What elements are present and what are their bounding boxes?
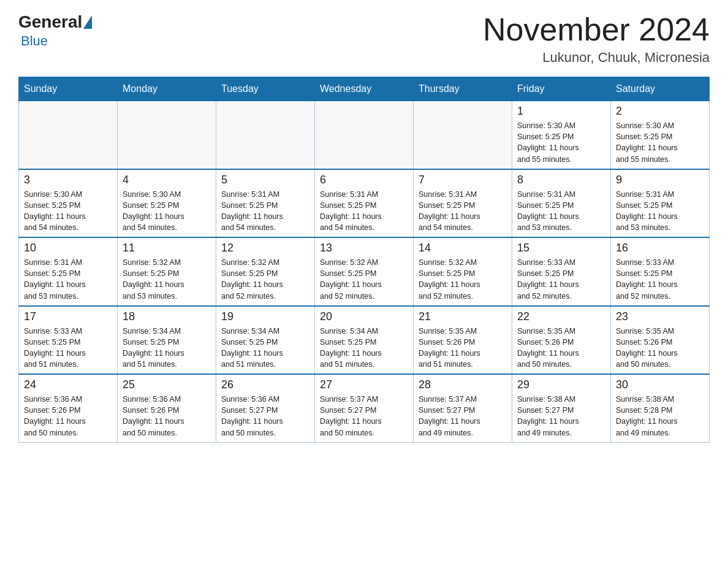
day-number: 24: [24, 378, 112, 391]
calendar-table: SundayMondayTuesdayWednesdayThursdayFrid…: [18, 77, 710, 443]
calendar-week-row: 1Sunrise: 5:30 AM Sunset: 5:25 PM Daylig…: [19, 101, 710, 169]
day-number: 28: [419, 378, 507, 391]
weekday-header-monday: Monday: [118, 77, 216, 101]
weekday-header-tuesday: Tuesday: [216, 77, 315, 101]
day-sun-info: Sunrise: 5:31 AM Sunset: 5:25 PM Dayligh…: [616, 189, 704, 234]
calendar-cell: 23Sunrise: 5:35 AM Sunset: 5:26 PM Dayli…: [611, 306, 710, 375]
calendar-week-row: 24Sunrise: 5:36 AM Sunset: 5:26 PM Dayli…: [19, 374, 710, 442]
calendar-cell: 5Sunrise: 5:31 AM Sunset: 5:25 PM Daylig…: [216, 169, 315, 238]
day-sun-info: Sunrise: 5:30 AM Sunset: 5:25 PM Dayligh…: [123, 189, 211, 234]
day-number: 8: [517, 174, 605, 186]
day-sun-info: Sunrise: 5:31 AM Sunset: 5:25 PM Dayligh…: [221, 189, 309, 234]
day-number: 16: [616, 242, 704, 255]
calendar-cell: 2Sunrise: 5:30 AM Sunset: 5:25 PM Daylig…: [611, 101, 710, 169]
logo-blue-text: Blue: [21, 33, 48, 49]
day-number: 27: [320, 378, 408, 391]
calendar-cell: 18Sunrise: 5:34 AM Sunset: 5:25 PM Dayli…: [118, 306, 216, 375]
day-sun-info: Sunrise: 5:36 AM Sunset: 5:26 PM Dayligh…: [24, 394, 112, 439]
day-sun-info: Sunrise: 5:33 AM Sunset: 5:25 PM Dayligh…: [517, 257, 605, 302]
day-sun-info: Sunrise: 5:30 AM Sunset: 5:25 PM Dayligh…: [24, 189, 112, 234]
calendar-cell: 4Sunrise: 5:30 AM Sunset: 5:25 PM Daylig…: [118, 169, 216, 238]
calendar-cell: 3Sunrise: 5:30 AM Sunset: 5:25 PM Daylig…: [19, 169, 118, 238]
calendar-cell: 19Sunrise: 5:34 AM Sunset: 5:25 PM Dayli…: [216, 306, 315, 375]
weekday-header-friday: Friday: [512, 77, 611, 101]
day-number: 7: [419, 174, 507, 186]
day-number: 17: [24, 310, 112, 323]
title-block: November 2024 Lukunor, Chuuk, Micronesia: [483, 12, 710, 66]
day-sun-info: Sunrise: 5:37 AM Sunset: 5:27 PM Dayligh…: [419, 394, 507, 439]
calendar-week-row: 10Sunrise: 5:31 AM Sunset: 5:25 PM Dayli…: [19, 237, 710, 306]
calendar-week-row: 3Sunrise: 5:30 AM Sunset: 5:25 PM Daylig…: [19, 169, 710, 238]
calendar-cell: 21Sunrise: 5:35 AM Sunset: 5:26 PM Dayli…: [414, 306, 512, 375]
calendar-week-row: 17Sunrise: 5:33 AM Sunset: 5:25 PM Dayli…: [19, 306, 710, 375]
calendar-cell: 10Sunrise: 5:31 AM Sunset: 5:25 PM Dayli…: [19, 237, 118, 306]
day-sun-info: Sunrise: 5:38 AM Sunset: 5:28 PM Dayligh…: [616, 394, 704, 439]
day-sun-info: Sunrise: 5:34 AM Sunset: 5:25 PM Dayligh…: [221, 326, 309, 370]
calendar-cell: 14Sunrise: 5:32 AM Sunset: 5:25 PM Dayli…: [414, 237, 512, 306]
calendar-cell: 16Sunrise: 5:33 AM Sunset: 5:25 PM Dayli…: [611, 237, 710, 306]
weekday-header-row: SundayMondayTuesdayWednesdayThursdayFrid…: [19, 77, 710, 101]
calendar-cell: 7Sunrise: 5:31 AM Sunset: 5:25 PM Daylig…: [414, 169, 512, 238]
calendar-cell: 26Sunrise: 5:36 AM Sunset: 5:27 PM Dayli…: [216, 374, 315, 442]
calendar-cell: 20Sunrise: 5:34 AM Sunset: 5:25 PM Dayli…: [315, 306, 414, 375]
day-sun-info: Sunrise: 5:36 AM Sunset: 5:27 PM Dayligh…: [221, 394, 309, 439]
calendar-cell: 1Sunrise: 5:30 AM Sunset: 5:25 PM Daylig…: [512, 101, 611, 169]
calendar-cell: 24Sunrise: 5:36 AM Sunset: 5:26 PM Dayli…: [19, 374, 118, 442]
day-number: 1: [517, 105, 605, 118]
day-sun-info: Sunrise: 5:33 AM Sunset: 5:25 PM Dayligh…: [616, 257, 704, 302]
day-number: 5: [221, 174, 309, 186]
calendar-cell: 29Sunrise: 5:38 AM Sunset: 5:27 PM Dayli…: [512, 374, 611, 442]
day-number: 12: [221, 242, 309, 255]
day-number: 29: [517, 378, 605, 391]
day-number: 20: [320, 310, 408, 323]
day-number: 18: [123, 310, 211, 323]
day-sun-info: Sunrise: 5:30 AM Sunset: 5:25 PM Dayligh…: [616, 120, 704, 165]
day-number: 9: [616, 174, 704, 186]
weekday-header-thursday: Thursday: [414, 77, 512, 101]
month-title: November 2024: [483, 12, 710, 47]
day-sun-info: Sunrise: 5:31 AM Sunset: 5:25 PM Dayligh…: [419, 189, 507, 234]
calendar-cell: 6Sunrise: 5:31 AM Sunset: 5:25 PM Daylig…: [315, 169, 414, 238]
day-sun-info: Sunrise: 5:30 AM Sunset: 5:25 PM Dayligh…: [517, 120, 605, 165]
day-number: 30: [616, 378, 704, 391]
day-sun-info: Sunrise: 5:32 AM Sunset: 5:25 PM Dayligh…: [221, 257, 309, 302]
calendar-cell: 9Sunrise: 5:31 AM Sunset: 5:25 PM Daylig…: [611, 169, 710, 238]
logo-general-text: General: [18, 12, 82, 32]
day-sun-info: Sunrise: 5:31 AM Sunset: 5:25 PM Dayligh…: [320, 189, 408, 234]
day-number: 19: [221, 310, 309, 323]
calendar-cell: 25Sunrise: 5:36 AM Sunset: 5:26 PM Dayli…: [118, 374, 216, 442]
location-subtitle: Lukunor, Chuuk, Micronesia: [483, 50, 710, 66]
day-sun-info: Sunrise: 5:38 AM Sunset: 5:27 PM Dayligh…: [517, 394, 605, 439]
day-number: 26: [221, 378, 309, 391]
calendar-cell: 22Sunrise: 5:35 AM Sunset: 5:26 PM Dayli…: [512, 306, 611, 375]
calendar-cell: [315, 101, 414, 169]
calendar-cell: 12Sunrise: 5:32 AM Sunset: 5:25 PM Dayli…: [216, 237, 315, 306]
calendar-cell: 11Sunrise: 5:32 AM Sunset: 5:25 PM Dayli…: [118, 237, 216, 306]
day-number: 15: [517, 242, 605, 255]
day-sun-info: Sunrise: 5:31 AM Sunset: 5:25 PM Dayligh…: [517, 189, 605, 234]
calendar-cell: 17Sunrise: 5:33 AM Sunset: 5:25 PM Dayli…: [19, 306, 118, 375]
day-number: 25: [123, 378, 211, 391]
day-sun-info: Sunrise: 5:37 AM Sunset: 5:27 PM Dayligh…: [320, 394, 408, 439]
calendar-cell: [216, 101, 315, 169]
day-number: 3: [24, 174, 112, 186]
calendar-cell: 15Sunrise: 5:33 AM Sunset: 5:25 PM Dayli…: [512, 237, 611, 306]
calendar-cell: 28Sunrise: 5:37 AM Sunset: 5:27 PM Dayli…: [414, 374, 512, 442]
day-sun-info: Sunrise: 5:33 AM Sunset: 5:25 PM Dayligh…: [24, 326, 112, 370]
calendar-cell: 30Sunrise: 5:38 AM Sunset: 5:28 PM Dayli…: [611, 374, 710, 442]
day-number: 22: [517, 310, 605, 323]
day-sun-info: Sunrise: 5:35 AM Sunset: 5:26 PM Dayligh…: [419, 326, 507, 370]
calendar-cell: 8Sunrise: 5:31 AM Sunset: 5:25 PM Daylig…: [512, 169, 611, 238]
calendar-cell: [19, 101, 118, 169]
logo-triangle-icon: [83, 15, 92, 29]
day-sun-info: Sunrise: 5:34 AM Sunset: 5:25 PM Dayligh…: [320, 326, 408, 370]
calendar-cell: [118, 101, 216, 169]
day-number: 6: [320, 174, 408, 186]
day-number: 14: [419, 242, 507, 255]
page-header: General Blue November 2024 Lukunor, Chuu…: [18, 12, 710, 66]
day-number: 13: [320, 242, 408, 255]
weekday-header-sunday: Sunday: [19, 77, 118, 101]
calendar-cell: 13Sunrise: 5:32 AM Sunset: 5:25 PM Dayli…: [315, 237, 414, 306]
day-sun-info: Sunrise: 5:35 AM Sunset: 5:26 PM Dayligh…: [517, 326, 605, 370]
day-sun-info: Sunrise: 5:35 AM Sunset: 5:26 PM Dayligh…: [616, 326, 704, 370]
